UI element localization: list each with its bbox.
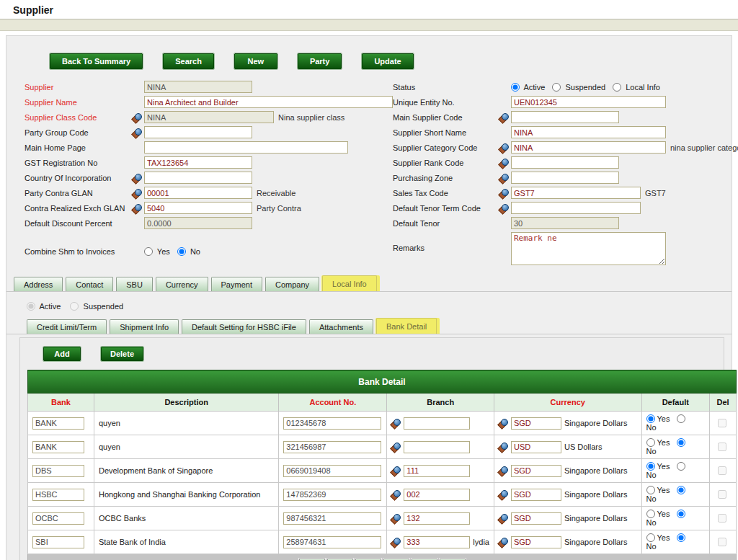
supplier-short-name-input[interactable]: [511, 126, 666, 138]
delete-button[interactable]: Delete: [101, 347, 143, 361]
gst-registration-no-input[interactable]: [144, 156, 252, 169]
tab-credit-limit-term[interactable]: Credit Limit/Term: [27, 319, 107, 334]
lookup-icon[interactable]: [133, 174, 142, 182]
default-yes-radio[interactable]: [646, 533, 655, 542]
combine-shm-no-radio[interactable]: [177, 247, 186, 256]
lookup-icon[interactable]: [391, 538, 401, 546]
party-button[interactable]: Party: [298, 53, 342, 69]
lookup-icon[interactable]: [499, 466, 508, 475]
tab-sbu[interactable]: SBU: [116, 277, 153, 291]
status-suspended-radio[interactable]: [552, 83, 561, 92]
unique-entity-no-input[interactable]: [511, 96, 666, 108]
lookup-icon[interactable]: [499, 113, 509, 122]
main-supplier-code-input[interactable]: [511, 111, 619, 123]
purchasing-zone-input[interactable]: [511, 172, 619, 184]
default-yes-radio[interactable]: [646, 510, 655, 518]
lookup-icon[interactable]: [133, 128, 142, 137]
account-no-input[interactable]: [283, 489, 381, 501]
tab-shipment-info[interactable]: Shipment Info: [110, 319, 179, 334]
lookup-icon[interactable]: [391, 466, 401, 475]
new-button[interactable]: New: [234, 53, 277, 69]
branch-input[interactable]: [404, 465, 470, 477]
tab-attachments[interactable]: Attachments: [309, 319, 373, 334]
supplier-class-code-input[interactable]: [144, 111, 274, 123]
currency-code-input[interactable]: [511, 536, 561, 548]
country-of-incorporation-input[interactable]: [144, 172, 252, 184]
party-group-code-input[interactable]: [144, 126, 252, 138]
status-active-radio[interactable]: [511, 83, 520, 92]
account-no-input[interactable]: [283, 465, 381, 477]
default-no-radio[interactable]: [677, 438, 685, 447]
lookup-icon[interactable]: [133, 113, 142, 122]
tab-bank-detail[interactable]: Bank Detail: [376, 318, 437, 334]
tab-payment[interactable]: Payment: [211, 277, 262, 291]
local-info-active-radio[interactable]: [27, 302, 35, 311]
currency-code-input[interactable]: [511, 489, 561, 501]
tab-address[interactable]: Address: [14, 277, 63, 291]
lookup-icon[interactable]: [499, 514, 508, 523]
default-no-radio[interactable]: [677, 414, 685, 423]
back-to-summary-button[interactable]: Back To Summary: [50, 53, 143, 69]
bank-code-input[interactable]: [32, 441, 84, 453]
delete-row-checkbox[interactable]: [718, 514, 726, 523]
bank-code-input[interactable]: [32, 465, 84, 477]
tab-default-setting-hsbc-ifile[interactable]: Default Setting for HSBC iFile: [182, 319, 306, 334]
branch-input[interactable]: [404, 536, 470, 548]
lookup-icon[interactable]: [499, 189, 509, 197]
tab-currency[interactable]: Currency: [156, 277, 208, 291]
main-home-page-input[interactable]: [144, 141, 348, 154]
contra-realized-exch-glan-input[interactable]: [144, 202, 252, 214]
bank-code-input[interactable]: [32, 489, 84, 501]
lookup-icon[interactable]: [391, 419, 401, 427]
account-no-input[interactable]: [283, 417, 381, 430]
delete-row-checkbox[interactable]: [718, 466, 726, 475]
account-no-input[interactable]: [283, 512, 381, 525]
account-no-input[interactable]: [283, 536, 381, 548]
default-tenor-input[interactable]: [511, 217, 619, 229]
lookup-icon[interactable]: [499, 204, 509, 213]
lookup-icon[interactable]: [391, 443, 401, 451]
tab-local-info[interactable]: Local Info: [322, 275, 377, 291]
currency-code-input[interactable]: [511, 465, 561, 477]
lookup-icon[interactable]: [133, 189, 142, 197]
default-yes-radio[interactable]: [646, 438, 655, 447]
default-discount-percent-input[interactable]: [144, 217, 252, 229]
default-yes-radio[interactable]: [646, 486, 655, 494]
status-local-info-radio[interactable]: [613, 83, 621, 92]
branch-input[interactable]: [404, 417, 470, 430]
supplier-input[interactable]: [144, 81, 252, 93]
remarks-textarea[interactable]: Remark ne: [511, 232, 666, 265]
default-yes-radio[interactable]: [646, 414, 655, 423]
tab-contact[interactable]: Contact: [66, 277, 113, 291]
supplier-category-code-input[interactable]: [511, 141, 666, 154]
lookup-icon[interactable]: [133, 204, 142, 213]
lookup-icon[interactable]: [499, 159, 509, 167]
lookup-icon[interactable]: [391, 514, 401, 523]
local-info-suspended-radio[interactable]: [70, 302, 79, 311]
currency-code-input[interactable]: [511, 512, 561, 525]
lookup-icon[interactable]: [499, 490, 508, 499]
delete-row-checkbox[interactable]: [718, 443, 726, 451]
default-no-radio[interactable]: [677, 462, 685, 471]
lookup-icon[interactable]: [499, 174, 509, 182]
currency-code-input[interactable]: [511, 417, 561, 430]
supplier-rank-code-input[interactable]: [511, 156, 619, 169]
lookup-icon[interactable]: [499, 143, 509, 152]
lookup-icon[interactable]: [499, 419, 508, 427]
search-button[interactable]: Search: [163, 53, 214, 69]
default-no-radio[interactable]: [677, 533, 685, 542]
combine-shm-yes-radio[interactable]: [144, 247, 153, 256]
default-no-radio[interactable]: [677, 510, 685, 518]
default-yes-radio[interactable]: [646, 462, 655, 471]
lookup-icon[interactable]: [499, 538, 508, 546]
branch-input[interactable]: [404, 441, 470, 453]
default-no-radio[interactable]: [677, 486, 685, 494]
delete-row-checkbox[interactable]: [718, 490, 726, 499]
supplier-name-input[interactable]: [144, 96, 393, 108]
branch-input[interactable]: [404, 512, 470, 525]
currency-code-input[interactable]: [511, 441, 561, 453]
account-no-input[interactable]: [283, 441, 381, 453]
bank-code-input[interactable]: [32, 417, 84, 430]
delete-row-checkbox[interactable]: [718, 538, 726, 546]
lookup-icon[interactable]: [499, 443, 508, 451]
